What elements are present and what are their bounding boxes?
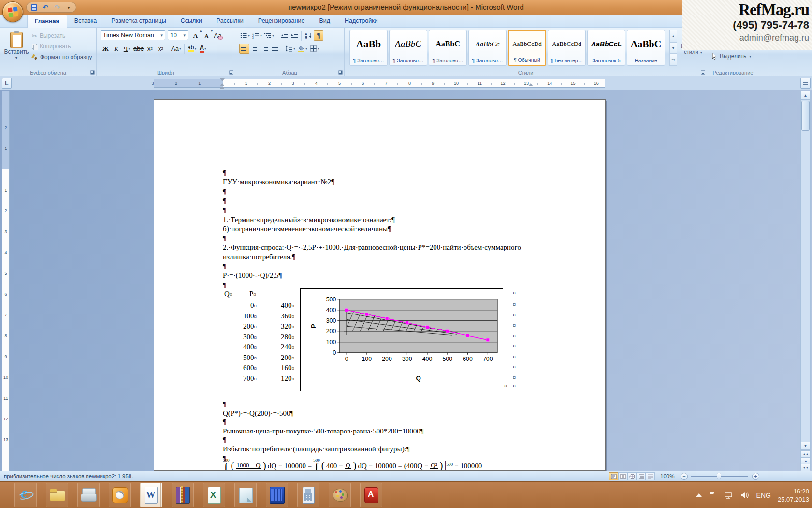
taskbar-button-explorer[interactable] — [46, 483, 68, 507]
save-icon[interactable] — [29, 3, 38, 12]
taskbar-button-ie[interactable] — [14, 483, 37, 507]
draft-view-button[interactable] — [646, 472, 655, 480]
style-Заголово[interactable]: AaBbCc¶ Заголово… — [468, 30, 507, 66]
fontcolor-button[interactable]: А▾ — [198, 44, 208, 54]
embedded-chart[interactable]: 01002003004005000100200300400500600700PQ — [300, 288, 503, 391]
tab-Разметка страницы[interactable]: Разметка страницы — [104, 15, 173, 28]
browse-next-button[interactable]: ▼▼ — [801, 464, 810, 471]
web-layout-view-button[interactable] — [627, 472, 637, 480]
tab-Рассылки[interactable]: Рассылки — [209, 15, 251, 28]
outdent-button[interactable] — [279, 30, 289, 41]
taskbar-button-outlook[interactable] — [109, 483, 131, 507]
zoom-slider-thumb[interactable] — [717, 473, 721, 479]
scroll-down-button[interactable]: ▼ — [801, 442, 810, 450]
style-Заголово[interactable]: AaBbC¶ Заголово… — [389, 30, 427, 66]
tab-stop-selector[interactable]: L — [2, 78, 12, 89]
tray-hidden-icons-chevron[interactable] — [696, 493, 702, 497]
tab-Вставка[interactable]: Вставка — [67, 15, 104, 28]
taskbar-button-scanner[interactable] — [77, 483, 100, 507]
scrollbar-thumb[interactable] — [801, 101, 810, 131]
select-button[interactable]: Выделить▾ — [712, 53, 751, 60]
taskbar-button-notes[interactable] — [234, 483, 257, 507]
paste-button[interactable]: Вставить ▾ — [4, 30, 29, 68]
cut-button[interactable]: ✂ Вырезать — [31, 30, 95, 41]
zoom-level[interactable]: 100% — [660, 471, 674, 481]
office-button[interactable] — [2, 1, 23, 22]
action-center-flag-icon[interactable] — [709, 491, 717, 499]
multilevel-button[interactable]: ▾ — [263, 30, 275, 41]
styles-gallery-expand[interactable]: ≡▾ — [669, 54, 677, 66]
taskbar-button-winrar[interactable] — [172, 483, 194, 507]
browse-previous-button[interactable]: ▲▲ — [801, 450, 810, 457]
style-Безинтер[interactable]: AaBbCcDd¶ Без интер… — [548, 30, 586, 66]
line-spacing-button[interactable]: ▾ — [284, 44, 296, 54]
taskbar-button-paint[interactable] — [329, 483, 351, 507]
page-layout-view-button[interactable] — [609, 472, 618, 480]
sort-button[interactable]: АЯ — [304, 30, 313, 41]
style-Заголово[interactable]: AaBb¶ Заголово… — [349, 30, 388, 66]
style-Заголовок5[interactable]: AaBbCcLЗаголовок 5 — [587, 30, 625, 66]
copy-button[interactable]: Копировать — [31, 41, 95, 52]
clipboard-dialog-launcher[interactable] — [90, 70, 95, 75]
font-family-combo[interactable]: Times New Roman▾ — [101, 30, 165, 40]
italic-button[interactable]: К — [111, 44, 121, 54]
highlight-button[interactable]: ab▾ — [187, 44, 197, 54]
taskbar-button-archive[interactable] — [266, 483, 288, 507]
zoom-out-button[interactable]: − — [681, 473, 688, 480]
undo-icon[interactable]: ↶ — [41, 3, 50, 12]
numbering-button[interactable]: 123▾ — [251, 30, 263, 41]
taskbar-button-acrobat[interactable] — [360, 483, 382, 507]
fullscreen-view-button[interactable] — [618, 472, 627, 480]
align-center-button[interactable] — [250, 44, 260, 54]
font-dialog-launcher[interactable] — [229, 70, 233, 75]
case-button[interactable]: Аа▾ — [170, 44, 182, 54]
style-Заголово[interactable]: AaBbC¶ Заголово… — [429, 30, 467, 66]
taskbar-button-excel[interactable] — [203, 483, 225, 507]
grow-font-button[interactable]: А — [190, 30, 201, 41]
styles-scroll-up[interactable]: ▲ — [669, 30, 677, 42]
styles-dialog-launcher[interactable] — [701, 70, 705, 75]
style-Обычный[interactable]: AaBbCcDd¶ Обычный — [508, 30, 546, 66]
left-indent-marker[interactable] — [220, 87, 224, 89]
redo-icon[interactable]: ↷ — [53, 3, 61, 12]
speaker-icon[interactable] — [740, 491, 750, 499]
ruler-toggle-button[interactable] — [800, 78, 811, 89]
clear-formatting-button[interactable]: Аа — [213, 30, 223, 41]
tab-Надстройки[interactable]: Надстройки — [337, 15, 385, 28]
font-size-combo[interactable]: 10▾ — [168, 30, 188, 40]
strike-button[interactable]: abc — [132, 44, 145, 54]
browse-object-button[interactable]: ● — [801, 457, 810, 464]
paragraph-dialog-launcher[interactable] — [338, 70, 343, 75]
tab-Вид[interactable]: Вид — [312, 15, 337, 28]
language-indicator[interactable]: ENG — [756, 492, 771, 499]
document-page[interactable]: ¶ГУУ·микроэкономика·вариант·№2¶¶¶¶1.·Тер… — [154, 99, 606, 471]
superscript-button[interactable]: x2 — [156, 44, 166, 54]
tray-clock[interactable]: 16:20 25.07.2013 — [778, 487, 809, 504]
subscript-button[interactable]: x2 — [145, 44, 155, 54]
tab-Главная[interactable]: Главная — [27, 15, 67, 28]
taskbar-button-calculator[interactable] — [297, 483, 319, 507]
borders-button[interactable]: ▾ — [309, 44, 320, 54]
underline-button[interactable]: Ч▾ — [122, 44, 132, 54]
pilcrow-button[interactable]: ¶ — [314, 30, 323, 41]
zoom-in-button[interactable]: + — [752, 473, 759, 480]
qat-customize-icon[interactable]: ▾ — [64, 3, 73, 12]
outline-view-button[interactable] — [637, 472, 646, 480]
right-indent-marker[interactable] — [528, 83, 533, 86]
indent-button[interactable] — [290, 30, 299, 41]
align-right-button[interactable] — [260, 44, 270, 54]
network-icon[interactable] — [724, 491, 733, 499]
tab-Ссылки[interactable]: Ссылки — [174, 15, 209, 28]
first-line-indent-marker[interactable] — [220, 78, 225, 81]
align-justify-button[interactable] — [270, 44, 280, 54]
shading-button[interactable]: ▾ — [297, 44, 308, 54]
bullets-button[interactable]: ▾ — [239, 30, 251, 41]
vertical-scrollbar[interactable]: ▲ ▼ ▲▲ ● ▼▼ — [800, 91, 811, 470]
shrink-font-button[interactable]: А — [202, 30, 212, 41]
taskbar-button-word[interactable] — [140, 483, 162, 507]
style-Название[interactable]: AaBbCНазвание — [627, 30, 665, 66]
bold-button[interactable]: Ж — [101, 44, 111, 54]
styles-scroll-down[interactable]: ▼ — [669, 42, 677, 54]
tab-Рецензирование[interactable]: Рецензирование — [251, 15, 312, 28]
scroll-up-button[interactable]: ▲ — [801, 91, 810, 100]
